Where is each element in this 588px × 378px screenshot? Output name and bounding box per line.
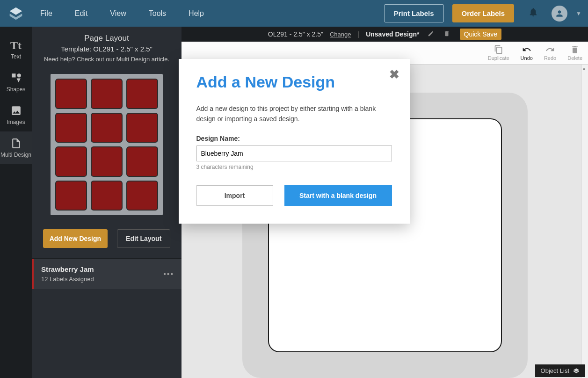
layout-cell[interactable] xyxy=(55,113,87,143)
separator: | xyxy=(358,30,360,38)
edit-layout-button[interactable]: Edit Layout xyxy=(117,229,170,248)
delete-tool[interactable]: Delete xyxy=(567,45,582,61)
duplicate-label: Duplicate xyxy=(488,55,509,61)
top-menu-bar: File Edit View Tools Help Print Labels O… xyxy=(0,0,588,27)
import-button[interactable]: Import xyxy=(196,185,273,206)
add-new-design-button[interactable]: Add New Design xyxy=(43,229,108,248)
layout-cell[interactable] xyxy=(55,79,87,109)
notifications-icon[interactable] xyxy=(528,7,538,20)
add-design-modal: ✖ Add a New Design Add a new design to t… xyxy=(179,59,410,224)
layout-cell[interactable] xyxy=(126,146,158,177)
print-labels-button[interactable]: Print Labels xyxy=(384,4,444,22)
rail-images-label: Images xyxy=(7,119,25,125)
object-list-toggle[interactable]: Object List xyxy=(535,364,585,377)
layout-preview[interactable] xyxy=(51,74,163,215)
design-name: Strawberry Jam xyxy=(41,265,94,273)
menu-view[interactable]: View xyxy=(110,9,126,18)
layout-cell[interactable] xyxy=(126,113,158,143)
rail-text-label: Text xyxy=(11,53,21,60)
help-link[interactable]: Need help? Check out our Multi Design ar… xyxy=(36,56,177,63)
app-logo[interactable] xyxy=(0,6,32,21)
left-icon-rail: Tt Text Shapes Images Multi Design xyxy=(0,27,32,378)
layout-cell[interactable] xyxy=(126,79,158,109)
duplicate-tool[interactable]: Duplicate xyxy=(488,45,509,61)
layout-cell[interactable] xyxy=(55,146,87,177)
rail-shapes-label: Shapes xyxy=(7,86,26,93)
images-icon xyxy=(10,105,22,116)
rail-shapes[interactable]: Shapes xyxy=(0,66,32,99)
characters-hint: 3 characters remaining xyxy=(196,164,392,170)
user-menu-caret[interactable]: ▼ xyxy=(576,10,581,17)
shapes-icon xyxy=(10,72,22,84)
object-list-label: Object List xyxy=(541,367,569,374)
undo-label: Undo xyxy=(521,55,533,61)
undo-tool[interactable]: Undo xyxy=(521,45,533,61)
document-info-bar: OL291 - 2.5" x 2.5" Change | Unsaved Des… xyxy=(181,27,588,42)
user-avatar[interactable] xyxy=(552,6,567,22)
menu-edit[interactable]: Edit xyxy=(75,9,88,18)
redo-tool[interactable]: Redo xyxy=(544,45,556,61)
scrollbar[interactable] xyxy=(581,65,588,378)
panel-title: Page Layout xyxy=(36,34,177,43)
redo-label: Redo xyxy=(544,55,556,61)
layout-cell[interactable] xyxy=(91,146,123,177)
quick-save-button[interactable]: Quick Save xyxy=(460,29,502,40)
design-title: Unsaved Design* xyxy=(366,30,419,38)
rail-text[interactable]: Tt Text xyxy=(0,33,32,66)
delete-label: Delete xyxy=(567,55,582,61)
design-name-label: Design Name: xyxy=(196,135,392,142)
start-blank-button[interactable]: Start with a blank design xyxy=(284,185,392,206)
order-labels-button[interactable]: Order Labels xyxy=(452,4,515,22)
text-icon: Tt xyxy=(10,39,22,52)
close-icon[interactable]: ✖ xyxy=(389,67,399,82)
modal-title: Add a New Design xyxy=(196,73,392,91)
layout-cell[interactable] xyxy=(55,181,87,211)
rail-multi-label: Multi Design xyxy=(0,152,31,158)
design-menu-icon[interactable]: ••• xyxy=(163,270,174,278)
panel-subtitle: Template: OL291 - 2.5" x 2.5" xyxy=(36,45,177,53)
menu-help[interactable]: Help xyxy=(189,9,204,18)
layout-cell[interactable] xyxy=(126,181,158,211)
menu-tools[interactable]: Tools xyxy=(149,9,166,18)
rail-multi-design[interactable]: Multi Design xyxy=(0,131,32,164)
menu-list: File Edit View Tools Help xyxy=(40,9,204,18)
layers-icon xyxy=(573,368,580,374)
document-icon xyxy=(10,138,22,149)
design-list-item[interactable]: Strawberry Jam 12 Labels Assigned ••• xyxy=(32,259,181,289)
rename-icon[interactable] xyxy=(426,30,436,38)
change-template-link[interactable]: Change xyxy=(330,31,351,38)
design-name-input[interactable] xyxy=(196,145,392,161)
menu-file[interactable]: File xyxy=(40,9,52,18)
side-panel: Page Layout Template: OL291 - 2.5" x 2.5… xyxy=(32,27,181,378)
logo-icon xyxy=(8,6,23,21)
layout-cell[interactable] xyxy=(91,113,123,143)
rail-images[interactable]: Images xyxy=(0,99,32,131)
topbar-right: Print Labels Order Labels ▼ xyxy=(384,4,588,22)
modal-description: Add a new design to this project by eith… xyxy=(196,103,392,124)
design-sub: 12 Labels Assigned xyxy=(41,276,94,283)
delete-design-icon[interactable] xyxy=(442,30,451,38)
layout-cell[interactable] xyxy=(91,79,123,109)
template-name: OL291 - 2.5" x 2.5" xyxy=(268,30,323,38)
layout-cell[interactable] xyxy=(91,181,123,211)
